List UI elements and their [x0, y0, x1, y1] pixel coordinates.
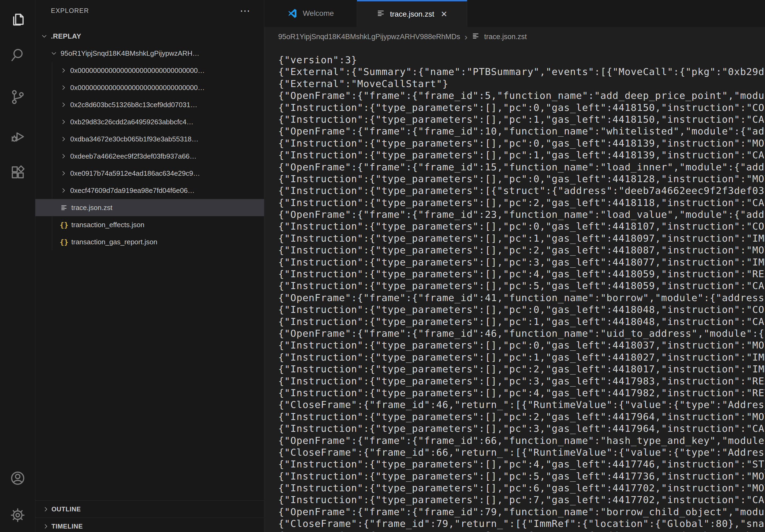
code-line: {"CloseFrame":{"frame_id":66,"return_":[…: [278, 446, 765, 458]
tree-item[interactable]: 0xb29d83c26cdd2a64959263abbcfc4…: [35, 113, 264, 131]
code-line: {"OpenFrame":{"frame":{"frame_id":66,"fu…: [278, 435, 765, 446]
tree-item[interactable]: {} transaction_effects.json: [35, 216, 264, 233]
tab-welcome[interactable]: Welcome: [264, 0, 357, 27]
breadcrumb: 95oR1YipjSnqd18K4BMshkLgPijypwzARHV988eR…: [264, 27, 765, 47]
code-line: {"Instruction":{"type_parameters":[],"pc…: [278, 363, 765, 375]
chevron-right-icon: [60, 101, 67, 108]
code-line: {"Instruction":{"type_parameters":[],"pc…: [278, 280, 765, 292]
json-braces-icon: {}: [60, 221, 68, 229]
chevron-right-icon: [60, 67, 67, 74]
tree-item-label: 0x0000000000000000000000000000000…: [70, 84, 205, 92]
editor-content[interactable]: {"version":3} {"External":{"Summary":{"n…: [264, 47, 765, 532]
json-braces-icon: {}: [60, 238, 68, 246]
chevron-right-icon: [42, 523, 49, 530]
file-lines-icon: [472, 32, 480, 42]
tree-item[interactable]: .REPLAY: [35, 28, 264, 45]
code-line: {"Instruction":{"type_parameters":[],"pc…: [278, 375, 765, 387]
tree-item-label: 0xdba34672e30cb065b1f93e3ab55318…: [70, 135, 199, 143]
code-line: {"Instruction":{"type_parameters":[],"pc…: [278, 173, 765, 185]
code-line: {"OpenFrame":{"frame":{"frame_id":41,"fu…: [278, 292, 765, 304]
code-line: {"Instruction":{"type_parameters":[],"pc…: [278, 232, 765, 244]
timeline-panel-header[interactable]: TIMELINE: [35, 518, 264, 532]
activity-bar: [0, 0, 35, 532]
tab-welcome-label: Welcome: [303, 9, 334, 18]
breadcrumb-folder[interactable]: 95oR1YipjSnqd18K4BMshkLgPijypwzARHV988eR…: [278, 33, 460, 41]
tree-item[interactable]: 0xdba34672e30cb065b1f93e3ab55318…: [35, 131, 264, 147]
code-line: {"Instruction":{"type_parameters":["u64"…: [278, 530, 765, 532]
code-line: {"Instruction":{"type_parameters":[],"pc…: [278, 244, 765, 256]
code-line: {"version":3}: [278, 54, 765, 66]
branch-icon: [10, 89, 26, 106]
chevron-right-icon: [60, 187, 67, 194]
close-icon[interactable]: ✕: [441, 9, 447, 19]
code-line: {"External":{"Summary":{"name":"PTBSumma…: [278, 66, 765, 78]
tree-item[interactable]: {} transaction_gas_report.json: [35, 233, 264, 250]
code-line: {"Instruction":{"type_parameters":[],"pc…: [278, 114, 765, 126]
chevron-right-icon: ›: [464, 32, 467, 41]
explorer-activity-button[interactable]: [0, 5, 35, 35]
code-line: {"Instruction":{"type_parameters":[],"pc…: [278, 268, 765, 280]
code-line: {"Instruction":{"type_parameters":[],"pc…: [278, 470, 765, 482]
tab-trace-json-zst[interactable]: trace.json.zst ✕: [357, 0, 467, 27]
file-lines-icon: [60, 204, 68, 211]
chevron-right-icon: [60, 84, 67, 91]
debug-icon: [10, 129, 26, 146]
tree-item[interactable]: 0xecf47609d7da919ea98e7fd04f6e06…: [35, 182, 264, 199]
tree-item[interactable]: 0xdeeb7a4662eec9f2f3def03fb937a66…: [35, 147, 264, 165]
file-tree: .REPLAY 95oR1YipjSnqd18K4BMshkLgPijypwzA…: [35, 28, 264, 250]
chevron-down-icon: [41, 33, 48, 40]
code-line: {"Instruction":{"type_parameters":[],"pc…: [278, 197, 765, 209]
code-line: {"Instruction":{"type_parameters":[],"pc…: [278, 458, 765, 470]
settings-activity-button[interactable]: [0, 501, 35, 530]
timeline-panel-label: TIMELINE: [51, 523, 83, 530]
outline-panel-header[interactable]: OUTLINE: [35, 500, 264, 518]
tree-item-label: transaction_effects.json: [71, 221, 145, 229]
file-lines-icon: [377, 9, 385, 19]
search-activity-button[interactable]: [0, 41, 35, 71]
breadcrumb-file[interactable]: trace.json.zst: [484, 33, 527, 41]
chevron-right-icon: [60, 135, 67, 142]
code-line: {"Instruction":{"type_parameters":[],"pc…: [278, 482, 765, 494]
tab-bar: Welcome trace.json.zst ✕: [264, 0, 765, 27]
account-icon: [10, 470, 26, 487]
chevron-right-icon: [60, 170, 67, 177]
code-line: {"Instruction":{"type_parameters":[],"pc…: [278, 423, 765, 434]
code-line: {"OpenFrame":{"frame":{"frame_id":10,"fu…: [278, 126, 765, 137]
tree-item[interactable]: 0x0000000000000000000000000000000…: [35, 62, 264, 79]
code-line: {"Instruction":{"type_parameters":[],"pc…: [278, 102, 765, 114]
tab-trace-label: trace.json.zst: [390, 10, 434, 19]
more-actions-icon[interactable]: ⋯: [240, 8, 250, 13]
tree-item-label: 0xe0917b74a5912e4ad186ac634e29c9…: [70, 169, 200, 177]
code-line: {"Instruction":{"type_parameters":[],"pc…: [278, 304, 765, 316]
tree-item[interactable]: 0xe0917b74a5912e4ad186ac634e29c9…: [35, 165, 264, 182]
tree-item-label: 0xb29d83c26cdd2a64959263abbcfc4…: [70, 118, 194, 126]
code-line: {"OpenFrame":{"frame":{"frame_id":5,"fun…: [278, 90, 765, 102]
tree-item[interactable]: 95oR1YipjSnqd18K4BMshkLgPijypwzARH…: [35, 45, 264, 62]
code-line: {"Instruction":{"type_parameters":[],"pc…: [278, 339, 765, 351]
extensions-activity-button[interactable]: [0, 158, 35, 187]
code-line: {"CloseFrame":{"frame_id":46,"return_":[…: [278, 399, 765, 411]
source-control-activity-button[interactable]: [0, 83, 35, 112]
accounts-activity-button[interactable]: [0, 464, 35, 493]
editor-group: Welcome trace.json.zst ✕ 95oR1YipjSnqd18…: [264, 0, 765, 532]
tree-item-label: .REPLAY: [51, 32, 81, 40]
tree-item-label: 0x2c8d603bc51326b8c13cef9dd07031…: [70, 101, 197, 109]
tree-item-label: 0xecf47609d7da919ea98e7fd04f6e06…: [70, 186, 195, 195]
code-line: {"Instruction":{"type_parameters":[],"pc…: [278, 352, 765, 363]
tree-item-label: transaction_gas_report.json: [71, 238, 157, 246]
tree-item[interactable]: 0x0000000000000000000000000000000…: [35, 79, 264, 96]
tree-item-label: 0xdeeb7a4662eec9f2f3def03fb937a66…: [70, 152, 197, 160]
code-line: {"Instruction":{"type_parameters":[],"pc…: [278, 316, 765, 328]
tree-item[interactable]: 0x2c8d603bc51326b8c13cef9dd07031…: [35, 96, 264, 113]
vscode-logo-icon: [287, 8, 298, 19]
code-line: {"Instruction":{"type_parameters":[],"pc…: [278, 494, 765, 506]
vscode-window: EXPLORER ⋯ .REPLAY: [0, 0, 765, 532]
extensions-icon: [10, 164, 26, 181]
tree-item[interactable]: trace.json.zst: [35, 199, 264, 216]
chevron-right-icon: [60, 119, 67, 126]
files-icon: [10, 12, 26, 29]
run-debug-activity-button[interactable]: [0, 123, 35, 152]
chevron-right-icon: [42, 506, 49, 513]
gear-icon: [10, 507, 26, 524]
code-line: {"Instruction":{"type_parameters":[],"pc…: [278, 387, 765, 399]
